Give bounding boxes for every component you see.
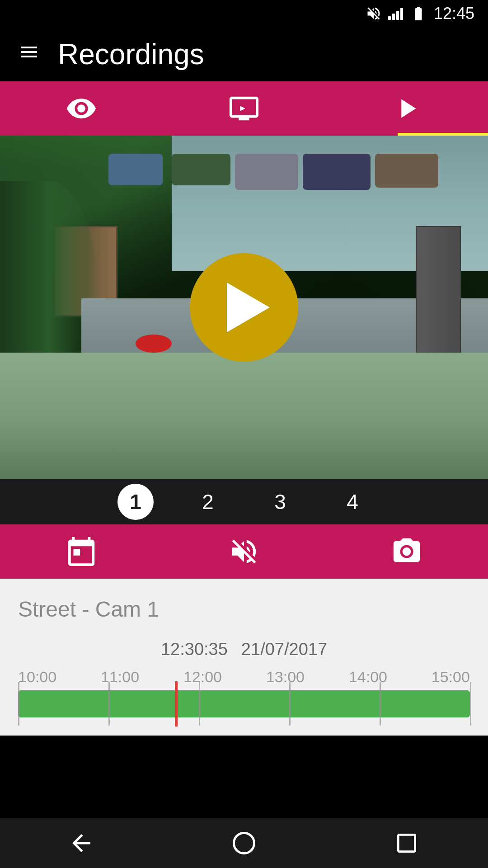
- back-arrow-icon: [68, 830, 95, 857]
- navigation-bar: [0, 818, 488, 868]
- calendar-button[interactable]: [47, 527, 115, 576]
- svg-rect-1: [398, 835, 415, 851]
- mute-button[interactable]: [210, 527, 278, 576]
- camera-3-button[interactable]: 3: [262, 484, 298, 520]
- status-icons: 12:45: [366, 4, 474, 23]
- timeline-section: 12:30:35 21/07/2017 10:00 11:00 12:00 13…: [0, 631, 488, 736]
- car-4: [303, 154, 371, 190]
- timeline-track[interactable]: [18, 690, 470, 717]
- eye-icon: [66, 93, 97, 124]
- time-label-13: 13:00: [266, 668, 305, 686]
- tab-bar: [0, 81, 488, 136]
- snapshot-button[interactable]: [373, 527, 441, 576]
- timeline-cursor: [175, 681, 178, 726]
- time-label-10: 10:00: [18, 668, 56, 686]
- volume-off-icon: [228, 536, 260, 567]
- camera-info: Street - Cam 1: [0, 579, 488, 631]
- play-triangle: [227, 283, 270, 332]
- red-marking: [136, 335, 172, 353]
- play-icon: [391, 93, 422, 124]
- car-5: [375, 154, 438, 188]
- time-label-11: 11:00: [101, 668, 139, 686]
- mute-icon: [366, 5, 382, 22]
- timeline-labels: 10:00 11:00 12:00 13:00 14:00 15:00: [18, 668, 470, 686]
- tick-1: [108, 682, 110, 726]
- tick-0: [18, 682, 19, 726]
- nav-recent-button[interactable]: [384, 825, 429, 861]
- recent-square-icon: [394, 830, 419, 856]
- camera-1-button[interactable]: 1: [117, 484, 154, 520]
- tab-dvr[interactable]: [210, 84, 278, 133]
- tick-5: [470, 682, 471, 726]
- app-header: Recordings: [0, 27, 488, 81]
- nav-back-button[interactable]: [59, 825, 104, 861]
- camera-4-button[interactable]: 4: [334, 484, 371, 520]
- status-bar: 12:45: [0, 0, 488, 27]
- nav-home-button[interactable]: [221, 825, 267, 861]
- time-label-12: 12:00: [183, 668, 222, 686]
- gate-right: [416, 226, 461, 362]
- signal-icon: [388, 7, 403, 20]
- current-date: 21/07/2017: [241, 640, 327, 659]
- status-time: 12:45: [434, 4, 474, 23]
- time-label-14: 14:00: [349, 668, 387, 686]
- timeline-time-display: 12:30:35 21/07/2017: [18, 640, 470, 659]
- svg-point-0: [234, 833, 254, 854]
- camera-selector: 1 2 3 4: [0, 479, 488, 524]
- tick-3: [289, 682, 291, 726]
- tick-2: [199, 682, 200, 726]
- play-button[interactable]: [190, 253, 298, 362]
- current-time: 12:30:35: [161, 640, 228, 659]
- battery-icon: [409, 5, 427, 22]
- camera-icon: [391, 536, 422, 567]
- video-player[interactable]: [0, 136, 488, 479]
- home-circle-icon: [230, 830, 258, 857]
- menu-button[interactable]: [18, 41, 40, 67]
- car-3: [235, 154, 298, 190]
- page-title: Recordings: [58, 38, 204, 71]
- car-1: [108, 154, 163, 185]
- tick-4: [380, 682, 381, 726]
- time-label-15: 15:00: [432, 668, 470, 686]
- ground: [0, 353, 488, 479]
- tab-playback[interactable]: [373, 84, 441, 133]
- tab-live[interactable]: [47, 84, 115, 133]
- car-2: [172, 154, 230, 185]
- dvr-icon: [228, 93, 260, 124]
- camera-2-button[interactable]: 2: [190, 484, 226, 520]
- control-bar: [0, 524, 488, 579]
- camera-name: Street - Cam 1: [18, 597, 159, 621]
- calendar-icon: [66, 536, 97, 567]
